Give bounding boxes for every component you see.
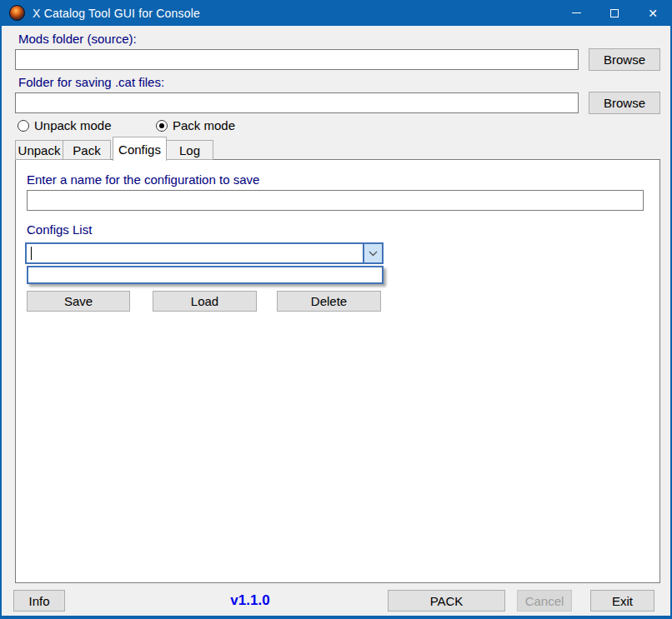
pack-button[interactable]: PACK — [388, 590, 505, 612]
radio-circle-icon — [156, 120, 168, 132]
tab-configs[interactable]: Configs — [113, 137, 167, 161]
minimize-icon — [572, 12, 581, 13]
maximize-button[interactable] — [595, 0, 634, 26]
cat-folder-input[interactable] — [15, 92, 579, 113]
cat-folder-label: Folder for saving .cat files: — [18, 75, 164, 89]
config-name-input[interactable] — [27, 190, 644, 211]
pack-mode-radio[interactable]: Pack mode — [156, 118, 235, 132]
radio-circle-icon — [18, 120, 29, 132]
pack-mode-label: Pack mode — [173, 118, 235, 132]
minimize-button[interactable] — [557, 0, 595, 26]
tab-unpack[interactable]: Unpack — [15, 140, 63, 160]
close-button[interactable]: ✕ — [634, 0, 672, 26]
browse-cat-button[interactable]: Browse — [589, 92, 660, 114]
configs-list-combobox[interactable] — [25, 242, 384, 264]
mods-folder-input[interactable] — [15, 49, 579, 70]
close-icon: ✕ — [648, 7, 658, 19]
configs-dropdown-list[interactable] — [27, 266, 384, 284]
title-bar: X Catalog Tool GUI for Console ✕ — [0, 0, 672, 26]
save-button[interactable]: Save — [27, 291, 130, 312]
combobox-dropdown-button[interactable] — [363, 244, 382, 262]
unpack-mode-radio[interactable]: Unpack mode — [18, 118, 112, 132]
configs-list-label: Configs List — [27, 222, 92, 237]
unpack-mode-label: Unpack mode — [34, 118, 112, 132]
tab-log[interactable]: Log — [166, 140, 213, 160]
load-button[interactable]: Load — [153, 291, 257, 312]
chevron-down-icon — [369, 251, 378, 257]
tab-pack[interactable]: Pack — [63, 140, 111, 160]
combobox-text[interactable] — [27, 244, 363, 262]
maximize-icon — [610, 9, 619, 17]
version-text: v1.1.0 — [207, 592, 293, 609]
mods-folder-label: Mods folder (source): — [18, 32, 137, 46]
window-controls: ✕ — [557, 0, 672, 26]
window-title: X Catalog Tool GUI for Console — [33, 7, 200, 20]
config-name-label: Enter a name for the configuration to sa… — [27, 172, 259, 187]
mode-radio-group: Unpack mode Pack mode — [2, 117, 670, 134]
app-window: X Catalog Tool GUI for Console ✕ Mods fo… — [0, 0, 672, 619]
delete-button[interactable]: Delete — [277, 291, 381, 312]
cancel-button: Cancel — [517, 590, 572, 612]
browse-mods-button[interactable]: Browse — [589, 48, 660, 71]
exit-button[interactable]: Exit — [590, 590, 654, 612]
text-caret — [31, 247, 32, 260]
info-button[interactable]: Info — [13, 590, 65, 612]
configs-tab-panel — [15, 159, 660, 583]
app-icon[interactable] — [9, 5, 25, 21]
